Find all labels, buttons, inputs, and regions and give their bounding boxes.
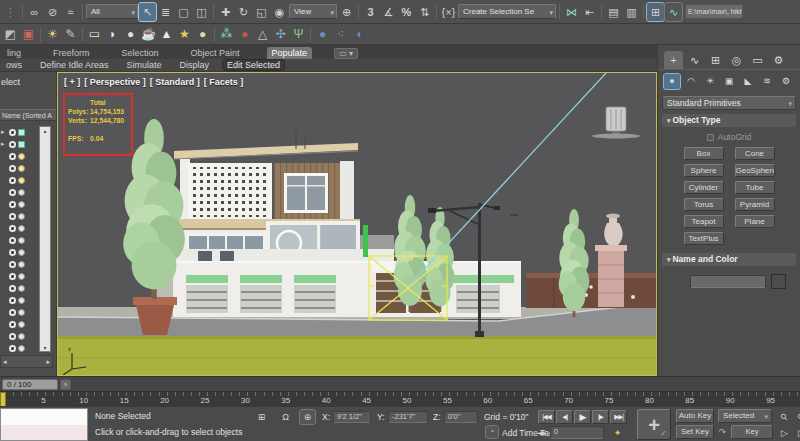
- select-by-name-icon[interactable]: ≣: [157, 3, 174, 21]
- explorer-row[interactable]: [0, 150, 38, 162]
- play-button[interactable]: ▶: [574, 410, 591, 424]
- angle-snap-icon[interactable]: ∡: [380, 3, 397, 21]
- visibility-eye-icon[interactable]: [9, 321, 16, 328]
- ribbon-tab-modeling[interactable]: ling: [2, 47, 26, 59]
- visibility-eye-icon[interactable]: [9, 177, 16, 184]
- explorer-row[interactable]: [0, 318, 38, 330]
- viewport-general-menu[interactable]: [ + ]: [64, 77, 80, 87]
- selection-set-dropdown[interactable]: Create Selection Se: [458, 4, 556, 19]
- ribbon-tab-populate[interactable]: Populate: [267, 47, 313, 59]
- lights-category-icon[interactable]: ☀: [702, 74, 718, 89]
- set-key-button[interactable]: Set Key: [676, 425, 714, 439]
- object-color-swatch[interactable]: [771, 274, 786, 289]
- paint-tool-icon[interactable]: ✎: [62, 25, 79, 43]
- ribbon-flyout-button[interactable]: ▭ ▾: [334, 48, 358, 59]
- percent-snap-icon[interactable]: %: [398, 3, 415, 21]
- space-warps-category-icon[interactable]: ≋: [759, 74, 775, 89]
- ribbon-tab-object-paint[interactable]: Object Paint: [186, 47, 245, 59]
- explorer-row[interactable]: ▸: [0, 126, 38, 138]
- key-filters-button[interactable]: Key Filters...: [731, 425, 773, 439]
- spinner-snap-icon[interactable]: ⇅: [416, 3, 433, 21]
- star-shape-icon[interactable]: ★: [176, 25, 193, 43]
- teapot-button[interactable]: Teapot: [684, 215, 724, 228]
- select-and-link-icon[interactable]: ∞: [26, 3, 43, 21]
- visibility-eye-icon[interactable]: [9, 129, 16, 136]
- visibility-eye-icon[interactable]: [9, 249, 16, 256]
- zoom-tool-icon[interactable]: ⚲: [777, 410, 792, 424]
- viewport-render-preset-menu[interactable]: [ Standard ]: [150, 77, 200, 87]
- explorer-row[interactable]: [0, 198, 38, 210]
- key-mode-toggle-icon[interactable]: ↷: [715, 425, 730, 439]
- visibility-eye-icon[interactable]: [9, 153, 16, 160]
- autogrid-checkbox[interactable]: [707, 134, 714, 141]
- dome-primitive-icon[interactable]: ◗: [104, 25, 121, 43]
- ribbon-tab-freeform[interactable]: Freeform: [48, 47, 95, 59]
- textplus-button[interactable]: TextPlus: [684, 232, 724, 245]
- key-toggle-icon[interactable]: ✦: [610, 426, 625, 440]
- ribbon-sub-flows[interactable]: ows: [2, 60, 26, 70]
- torus-button[interactable]: Torus: [684, 198, 724, 211]
- explorer-scrollbar[interactable]: ▴▾: [39, 126, 51, 352]
- go-to-end-button[interactable]: ▶▶|: [610, 410, 627, 424]
- select-and-scale-icon[interactable]: ◱: [253, 3, 270, 21]
- bone-tool-icon[interactable]: ●: [236, 25, 253, 43]
- perspective-viewport[interactable]: z [ + ][ Perspective ][ Standard ][ Face…: [57, 72, 657, 376]
- z-coordinate-field[interactable]: 0'0": [444, 411, 478, 423]
- hierarchy-tab-icon[interactable]: ⊞: [706, 51, 725, 69]
- explorer-row[interactable]: [0, 222, 38, 234]
- track-bar[interactable]: 5101520253035404550556065707580859095100: [0, 391, 800, 406]
- ribbon-tab-selection[interactable]: Selection: [117, 47, 164, 59]
- box-button[interactable]: Box: [684, 147, 724, 160]
- visibility-eye-icon[interactable]: [9, 273, 16, 280]
- geometry-category-icon[interactable]: ●: [664, 74, 680, 89]
- plane-button[interactable]: Plane: [735, 215, 775, 228]
- ribbon-sub-define-idle-areas[interactable]: Define Idle Areas: [36, 60, 113, 70]
- ribbon-sub-display[interactable]: Display: [176, 60, 214, 70]
- set-keys-button[interactable]: + ✓: [637, 409, 671, 440]
- visibility-eye-icon[interactable]: [9, 201, 16, 208]
- object-name-field[interactable]: [690, 275, 766, 288]
- isolate-selection-icon[interactable]: ⊞: [254, 410, 269, 424]
- x-coordinate-field[interactable]: 9'2 1/2": [333, 411, 371, 423]
- visibility-eye-icon[interactable]: [9, 165, 16, 172]
- explorer-row[interactable]: [0, 330, 38, 342]
- select-and-rotate-icon[interactable]: ↻: [235, 3, 252, 21]
- foliage-tool-icon[interactable]: Ψ: [290, 25, 307, 43]
- snaps-toggle-3d-icon[interactable]: 3: [362, 3, 379, 21]
- maxscript-mini-listener[interactable]: [0, 408, 88, 441]
- visibility-eye-icon[interactable]: [9, 225, 16, 232]
- absolute-mode-icon[interactable]: ⊕: [300, 410, 315, 424]
- next-frame-button[interactable]: |▶: [592, 410, 609, 424]
- explorer-row[interactable]: [0, 246, 38, 258]
- selection-filter-dropdown[interactable]: All: [86, 4, 138, 19]
- window-crossing-icon[interactable]: ◫: [193, 3, 210, 21]
- object-type-rollout[interactable]: Object Type: [662, 114, 796, 127]
- layer-manager-icon[interactable]: ▤: [605, 3, 622, 21]
- explorer-row[interactable]: [0, 210, 38, 222]
- named-selection-sets-icon[interactable]: {×}: [440, 3, 457, 21]
- rectangular-selection-region-icon[interactable]: ▢: [175, 3, 192, 21]
- visibility-eye-icon[interactable]: [9, 213, 16, 220]
- name-column-header[interactable]: Name (Sorted A: [0, 109, 56, 121]
- use-pivot-center-icon[interactable]: ⊕: [338, 3, 355, 21]
- explorer-row[interactable]: [0, 258, 38, 270]
- select-and-move-icon[interactable]: ✚: [217, 3, 234, 21]
- explorer-row[interactable]: [0, 306, 38, 318]
- utilities-tab-icon[interactable]: ⚙: [769, 51, 788, 69]
- time-slider[interactable]: 0 / 100: [2, 379, 58, 390]
- geosphere-button[interactable]: GeoSphere: [735, 164, 775, 177]
- modify-tab-icon[interactable]: ∿: [685, 51, 704, 69]
- primitive-category-dropdown[interactable]: Standard Primitives: [662, 96, 796, 110]
- partial-toolbar-icon[interactable]: ◖: [350, 25, 367, 43]
- visibility-eye-icon[interactable]: [9, 333, 16, 340]
- go-to-start-button[interactable]: |◀◀: [538, 410, 555, 424]
- explorer-row[interactable]: ▸: [0, 138, 38, 150]
- next-frame-nub[interactable]: ›: [60, 379, 71, 390]
- visibility-eye-icon[interactable]: [9, 189, 16, 196]
- viewport-pov-menu[interactable]: [ Perspective ]: [84, 77, 146, 87]
- toolbar-overflow-icon[interactable]: ⋮: [2, 3, 19, 21]
- visibility-eye-icon[interactable]: [9, 309, 16, 316]
- particle-system-icon[interactable]: ⁂: [218, 25, 235, 43]
- visibility-eye-icon[interactable]: [9, 345, 16, 352]
- reference-coordinate-dropdown[interactable]: View: [289, 4, 337, 19]
